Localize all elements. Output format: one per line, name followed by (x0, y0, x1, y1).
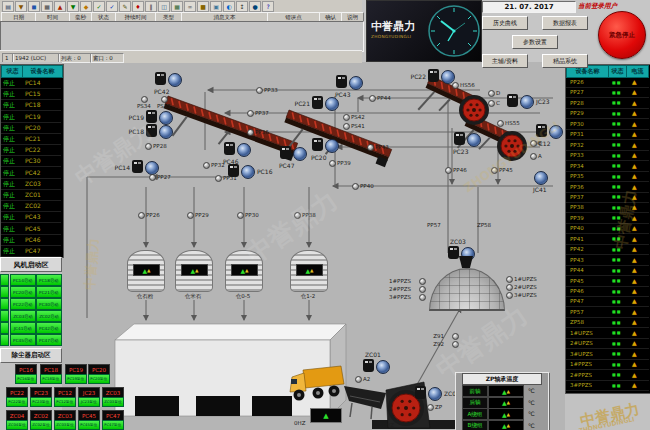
feeder-row-PP57[interactable]: PP57■■▲ (566, 307, 649, 318)
feeder-row-1#UPZS[interactable]: 1#UPZS■■▲ (566, 328, 649, 339)
fan-unit-ZC02[interactable]: ZC02 (415, 386, 445, 401)
fan-unit-PC21[interactable]: PC21 (312, 96, 342, 111)
fan-start-button-PC30启动[interactable]: PC30启动 (36, 298, 62, 310)
dust-reset-button-PC23[interactable]: PC23复位 (30, 397, 52, 407)
fan-unit-JC23[interactable]: JC23 (507, 94, 537, 109)
silo-仓米石[interactable]: ▲▲仓米石 (175, 250, 213, 292)
feeder-row-PP33[interactable]: PP33■■▲ (566, 150, 649, 161)
feeder-row-2#UPZS[interactable]: 2#UPZS■■▲ (566, 338, 649, 349)
feeder-row-ZP58[interactable]: ZP58■■▲ (566, 317, 649, 328)
fan-unit-PC12[interactable]: PC12 (536, 124, 566, 139)
dust-reset-button-PC18[interactable]: PC18复位 (40, 374, 62, 384)
fan-unit-PC23[interactable]: PC23 (454, 132, 484, 147)
feeder-row-PP30[interactable]: PP30■■▲ (566, 119, 649, 130)
device-row-PC14[interactable]: 停止PC14 (1, 77, 61, 89)
fan-start-button-stub[interactable] (0, 274, 9, 286)
dust-reset-button-PC20[interactable]: PC20复位 (88, 374, 110, 384)
device-row-PC22[interactable]: 停止PC22 (1, 144, 61, 156)
fan-unit-ZC01[interactable]: ZC01 (363, 359, 393, 374)
fan-unit-PC19[interactable]: PC19 (146, 110, 176, 125)
nav-button-4[interactable]: 主辅/资料 (482, 54, 528, 68)
feeder-row-PP37[interactable]: PP37■■▲ (566, 192, 649, 203)
silo-仓0-5[interactable]: ▲▲仓0-5 (225, 250, 263, 292)
dust-reset-button-ZC02[interactable]: ZC02复位 (30, 420, 52, 430)
device-row-PC30[interactable]: 停止PC30 (1, 155, 61, 167)
feeder-row-PP32[interactable]: PP32■■▲ (566, 140, 649, 151)
fan-start-button-stub[interactable] (0, 298, 9, 310)
device-row-PC43[interactable]: 停止PC43 (1, 211, 61, 223)
nav-button-1[interactable]: 历史曲线 (482, 16, 528, 30)
device-row-PC15[interactable]: 停止PC15 (1, 88, 61, 100)
device-row-ZC02[interactable]: 停止ZC02 (1, 200, 61, 212)
fan-start-button-stub[interactable] (0, 322, 9, 334)
device-row-PC42[interactable]: 停止PC42 (1, 167, 61, 179)
feeder-row-PP43[interactable]: PP43■■▲ (566, 255, 649, 266)
feeder-row-PP38[interactable]: PP38■■▲ (566, 202, 649, 213)
device-row-ZC01[interactable]: 停止ZC01 (1, 189, 61, 201)
feeder-row-PP39[interactable]: PP39■■▲ (566, 213, 649, 224)
dust-reset-button-ZC03[interactable]: ZC03复位 (102, 397, 124, 407)
dust-reset-button-PC12[interactable]: PC12复位 (54, 397, 76, 407)
fan-start-button-PC21启动[interactable]: PC21启动 (36, 286, 62, 298)
device-row-PC21[interactable]: 停止PC21 (1, 133, 61, 145)
fan-start-button-ZC02启动[interactable]: ZC02启动 (36, 310, 62, 322)
fan-start-button-PC47启动[interactable]: PC47启动 (36, 334, 62, 346)
dome-stockpile[interactable] (429, 268, 505, 311)
dust-reset-button-PC45[interactable]: PC45复位 (78, 420, 100, 430)
fan-unit-PC18[interactable]: PC18 (146, 124, 176, 139)
fan-unit-JC41[interactable]: JC41 (534, 170, 564, 185)
dust-reset-button-JC23[interactable]: JC23复位 (78, 397, 100, 407)
device-row-ZC03[interactable]: 停止ZC03 (1, 178, 61, 190)
fan-start-button-PC45启动[interactable]: PC45启动 (10, 334, 36, 346)
feeder-row-PP47[interactable]: PP47■■▲ (566, 296, 649, 307)
silo-仓石粉[interactable]: ▲▲仓石粉 (127, 250, 165, 292)
fan-start-button-PC14启动[interactable]: PC14启动 (10, 274, 36, 286)
device-row-PC19[interactable]: 停止PC19 (1, 111, 61, 123)
fan-unit-PC20[interactable]: PC20 (312, 138, 342, 153)
nav-button-3[interactable]: 参数设置 (512, 35, 558, 49)
dust-reset-button-ZC03[interactable]: ZC03复位 (54, 420, 76, 430)
fan-start-button-PC22启动[interactable]: PC22启动 (10, 298, 36, 310)
silo-仓1-2[interactable]: ▲▲仓1-2 (290, 250, 328, 292)
nav-button-5[interactable]: 精品系统 (542, 54, 588, 68)
nav-button-2[interactable]: 数据报表 (542, 16, 588, 30)
fan-start-button-PC20启动[interactable]: PC20启动 (10, 286, 36, 298)
device-row-PC18[interactable]: 停止PC18 (1, 99, 61, 111)
feeder-row-3#UPZS[interactable]: 3#UPZS■■▲ (566, 349, 649, 360)
feeder-row-3#PPZS[interactable]: 3#PPZS■■▲ (566, 380, 649, 391)
fan-start-button-PC18启动[interactable]: PC18启动 (36, 274, 62, 286)
fan-start-button-JC41启动[interactable]: JC41启动 (10, 322, 36, 334)
feeder-row-PP41[interactable]: PP41■■▲ (566, 234, 649, 245)
fan-unit-PC14[interactable]: PC14 (132, 160, 162, 175)
feeder-row-PP28[interactable]: PP28■■▲ (566, 98, 649, 109)
feeder-row-2#PPZS[interactable]: 2#PPZS■■▲ (566, 370, 649, 381)
dust-reset-button-PC16[interactable]: PC16复位 (15, 374, 37, 384)
dust-reset-button-ZC04[interactable]: ZC04复位 (6, 420, 28, 430)
feeder-row-PP36[interactable]: PP36■■▲ (566, 182, 649, 193)
fan-start-button-stub[interactable] (0, 286, 9, 298)
fan-unit-PC46[interactable]: PC46 (224, 142, 254, 157)
dust-reset-button-PC19[interactable]: PC19复位 (65, 374, 87, 384)
fan-unit-PC42[interactable]: PC42 (155, 72, 185, 87)
feeder-row-1#PPZS[interactable]: 1#PPZS■■▲ (566, 359, 649, 370)
feeder-row-PP29[interactable]: PP29■■▲ (566, 108, 649, 119)
device-row-PC45[interactable]: 停止PC45 (1, 223, 61, 235)
device-row-PC46[interactable]: 停止PC46 (1, 234, 61, 246)
fan-unit-PC43[interactable]: PC43 (336, 75, 366, 90)
feeder-row-PP46[interactable]: PP46■■▲ (566, 286, 649, 297)
device-row-PC20[interactable]: 停止PC20 (1, 122, 61, 134)
fan-unit-PC47[interactable]: PC47 (280, 146, 310, 161)
feeder-row-PP42[interactable]: PP42■■▲ (566, 244, 649, 255)
fan-start-button-stub[interactable] (0, 310, 9, 322)
fan-start-button-PC42启动[interactable]: PC42启动 (36, 322, 62, 334)
dust-reset-button-PC22[interactable]: PC22复位 (6, 397, 28, 407)
feeder-row-PP31[interactable]: PP31■■▲ (566, 129, 649, 140)
fan-start-button-stub[interactable] (0, 334, 9, 346)
feeder-row-PP34[interactable]: PP34■■▲ (566, 161, 649, 172)
feeder-row-PP44[interactable]: PP44■■▲ (566, 265, 649, 276)
feeder-row-PP40[interactable]: PP40■■▲ (566, 223, 649, 234)
feeder-row-PP27[interactable]: PP27■■▲ (566, 87, 649, 98)
device-row-PC47[interactable]: 停止PC47 (1, 245, 61, 257)
feeder-row-PP45[interactable]: PP45■■▲ (566, 276, 649, 287)
feeder-row-PP26[interactable]: PP26■■▲ (566, 77, 649, 88)
